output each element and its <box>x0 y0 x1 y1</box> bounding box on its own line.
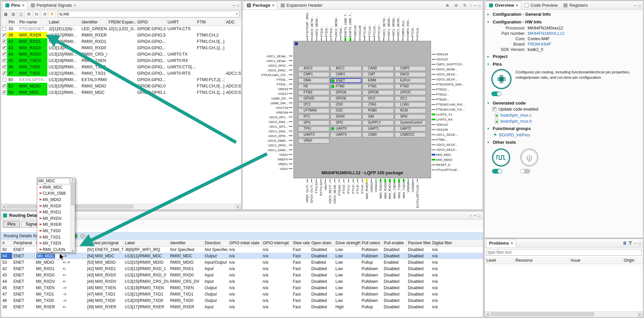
peripheral-block[interactable]: GPIOC <box>395 90 426 95</box>
tab-registers[interactable]: Registers <box>561 1 590 9</box>
functional-group-link[interactable]: BOARD_InitPins <box>499 133 530 137</box>
dropdown-item[interactable]: MII_TXEN <box>37 240 70 247</box>
col-pin[interactable]: Pin <box>7 19 18 25</box>
package-pin-top[interactable]: PTC14/... <box>367 10 372 41</box>
peripheral-block[interactable]: I2C2 <box>298 102 329 107</box>
package-pin-bottom[interactable]: MII0_RXER <box>365 179 369 209</box>
scroll-down-icon[interactable] <box>72 249 73 252</box>
route-drive-strength-cell[interactable]: High <box>334 304 360 310</box>
route-passive-filter-cell[interactable]: Disabled <box>407 246 431 253</box>
package-pin-top[interactable]: PTD7/CMT_IRO/... <box>305 10 309 41</box>
routing-table-row[interactable]: 44 ENET MII_RXDV <- [44] MII0_RXDV U13[1… <box>1 278 483 284</box>
route-digital-filter-cell[interactable]: n/a <box>431 272 455 278</box>
package-pin-top[interactable]: ADC0_SE6b/... <box>315 10 319 41</box>
route-pull-enable-cell[interactable]: Enabled <box>382 259 407 265</box>
pins-table-row[interactable]: 46 MII0_TXD0 U13[20]/RMII... RMII0_TXD0 … <box>1 64 241 70</box>
route-slew-cell[interactable]: Fast <box>291 297 310 304</box>
package-pin-bottom[interactable]: MII0_RXD0 <box>383 179 387 209</box>
peripheral-block[interactable]: FTM3 <box>298 90 329 95</box>
package-pin-bottom[interactable]: MII0_RXD1 <box>378 179 383 209</box>
col-frdm[interactable]: FRDM Expan... <box>107 19 136 25</box>
package-pin-bottom[interactable]: EXTAL32 <box>319 179 323 209</box>
route-slew-cell[interactable]: Fast <box>291 259 310 265</box>
close-icon[interactable] <box>272 3 275 8</box>
package-pin-top[interactable]: PTD0/... <box>338 10 343 41</box>
package-pin-bottom[interactable]: MII0_TXD0 <box>397 179 401 209</box>
route-gpio-state-cell[interactable]: n/a <box>228 246 261 253</box>
dropdown-scrollbar[interactable] <box>70 178 75 252</box>
package-pin-right[interactable]: VSS109 <box>431 127 483 132</box>
section-generated-code[interactable]: Generated code <box>485 99 643 107</box>
peripheral-block[interactable]: DAC0 <box>395 72 426 77</box>
route-passive-filter-cell[interactable]: Disabled <box>407 304 431 310</box>
chevron-down-icon[interactable] <box>487 20 491 24</box>
peripheral-block[interactable]: LLWU <box>395 102 426 107</box>
close-icon[interactable] <box>22 3 24 8</box>
route-open-drain-cell[interactable]: Disabled <box>310 246 334 253</box>
generated-file-link[interactable]: board\pin_mux.h <box>500 119 532 124</box>
pins-table-row[interactable]: 45 MII0_TXEN U13[19]/RMII... RMII0_TXEN … <box>1 57 241 64</box>
route-signal-cell[interactable]: MII_TXD1 <box>35 291 61 297</box>
peripheral-block[interactable]: TPIU <box>298 126 329 131</box>
package-pin-left[interactable]: ADC1_SE5a/... <box>243 58 293 63</box>
peripheral-block[interactable]: CMP1 <box>298 72 329 77</box>
pins-table-row[interactable]: 53 MII0_MDIO U13[10]/RMII... RMII0_MDIO … <box>1 83 241 89</box>
pin-checkbox[interactable] <box>2 27 6 31</box>
package-pin-bottom[interactable]: DAC0_OUT/... <box>310 179 314 209</box>
package-pin-top[interactable]: ADC0_SE7b/... <box>310 10 314 41</box>
route-pull-select-cell[interactable]: Pulldown <box>360 253 382 259</box>
route-digital-filter-cell[interactable]: n/a <box>431 246 455 253</box>
package-pin-right[interactable]: PTB23/SPI2_SIN/... <box>431 82 483 87</box>
pins-table-row[interactable]: 33 PTE26/ENET... J2[1]/D12[4]/... LED_GR… <box>1 25 241 32</box>
pin-checkbox[interactable] <box>2 71 6 75</box>
scroll-left-icon[interactable] <box>485 312 490 317</box>
pins-tool-toggle[interactable] <box>491 91 501 96</box>
maximize-icon[interactable] <box>478 3 481 8</box>
route-passive-filter-cell[interactable]: Disabled <box>407 291 431 297</box>
peripheral-block[interactable]: RTC <box>298 114 329 119</box>
package-pin-left[interactable]: VDD16 <box>243 86 293 91</box>
route-signal-cell[interactable]: MII_TXD0 <box>35 297 61 304</box>
package-pin-right[interactable]: UART0_RX <box>431 117 483 122</box>
peripheral-block[interactable]: PDB0 <box>363 108 394 113</box>
hw-value[interactable]: ksdk2_0 <box>528 47 543 52</box>
dropdown-item[interactable]: MII_TXD1 <box>37 234 70 240</box>
package-pin-right[interactable]: VSS123 <box>431 57 483 62</box>
peripheral-block[interactable]: FB <box>298 84 329 89</box>
peripheral-block[interactable]: UART3 <box>298 132 329 137</box>
route-pull-enable-cell[interactable]: Disabled <box>382 304 407 310</box>
route-gpio-interrupt-cell[interactable]: n/a <box>261 291 291 297</box>
routing-tab-pins[interactable]: Pins <box>3 221 20 228</box>
package-pin-right[interactable]: VDD124 <box>431 52 483 57</box>
route-signal-cell[interactable]: MII_MDC <box>35 253 61 259</box>
section-functional-groups[interactable]: Functional groups <box>485 124 643 132</box>
route-slew-cell[interactable]: Fast <box>291 284 310 291</box>
package-pin-left[interactable]: PTE4/LLWU_P2/... <box>243 72 293 77</box>
clocks-tool-icon[interactable] <box>492 148 510 167</box>
route-direction-cell[interactable]: Not Specified <box>203 246 228 253</box>
route-drive-strength-cell[interactable]: Low <box>334 253 360 259</box>
pins-table-row[interactable]: 39 MII0_RXER U13[17]/RMII... RMII0_RXER … <box>1 32 241 38</box>
pin-checkbox[interactable] <box>2 78 6 82</box>
route-pull-select-cell[interactable]: Pullup <box>360 259 382 265</box>
route-slew-cell[interactable]: Fast <box>291 291 310 297</box>
route-passive-filter-cell[interactable]: Disabled <box>407 259 431 265</box>
peripheral-block[interactable]: GPIOE <box>330 96 362 101</box>
peripheral-block[interactable]: FTM2 <box>395 84 426 89</box>
package-pin-right[interactable]: ADC1_SE15/... <box>431 132 483 137</box>
package-pin-right[interactable]: PTB19/CAN0_RX/... <box>431 102 483 107</box>
package-pin-left[interactable]: ADC0_DP0/... <box>243 133 293 138</box>
route-gpio-interrupt-cell[interactable]: n/a <box>261 259 291 265</box>
package-pin-right[interactable]: PTB20/... <box>431 97 483 102</box>
route-open-drain-cell[interactable]: Disabled <box>310 278 334 284</box>
peripheral-block[interactable]: USBDCD <box>395 132 426 137</box>
tab-code-preview[interactable]: Code Preview <box>522 1 560 9</box>
split-view-icon[interactable] <box>18 11 24 17</box>
package-pin-bottom[interactable]: ADC0_SE17/... <box>328 179 332 209</box>
route-open-drain-cell[interactable]: Disabled <box>310 284 334 291</box>
route-pull-enable-cell[interactable]: Disabled <box>382 284 407 291</box>
dropdown-item[interactable]: MII_RXER <box>37 221 70 228</box>
pins-table-row[interactable]: 54 MII0_MDC U13[11]/RMII... RMII0_MDC GP… <box>1 89 241 96</box>
peripheral-block[interactable]: OSC <box>330 108 362 113</box>
route-direction-cell[interactable]: Output <box>203 297 228 304</box>
